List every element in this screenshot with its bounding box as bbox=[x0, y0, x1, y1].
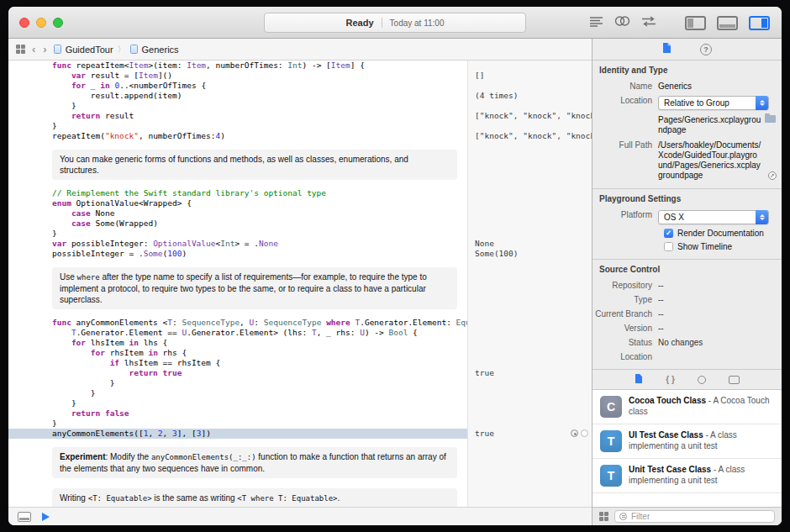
playground-settings-title: Playground Settings bbox=[592, 189, 782, 207]
forward-button[interactable]: › bbox=[42, 44, 47, 55]
code-row[interactable]: return result["knock", "knock", "knock",… bbox=[8, 111, 592, 121]
code-row[interactable]: } bbox=[8, 398, 592, 408]
code-row[interactable]: var possibleInteger: OptionalValue<Int> … bbox=[8, 239, 592, 249]
result-cell[interactable]: None bbox=[467, 239, 592, 249]
navigator-panel-toggle[interactable] bbox=[685, 16, 706, 30]
code-token: 100 bbox=[167, 249, 182, 258]
standard-editor-icon[interactable] bbox=[589, 15, 603, 30]
code-cell: Use where after the type name to specify… bbox=[8, 266, 467, 311]
code-token: ) -> bbox=[365, 328, 389, 337]
back-button[interactable]: ‹ bbox=[31, 44, 36, 55]
result-cell[interactable]: true bbox=[467, 368, 592, 378]
library-item[interactable]: TUI Test Case Class - A class implementi… bbox=[592, 424, 782, 459]
code-row[interactable]: } bbox=[8, 378, 592, 388]
code-row[interactable]: case None bbox=[8, 208, 592, 219]
library-filter-field[interactable]: Filter bbox=[614, 510, 775, 523]
file-template-library-tab-icon[interactable] bbox=[635, 373, 643, 386]
result-cell[interactable]: (4 times) bbox=[467, 91, 592, 101]
code-row[interactable]: // Reimplement the Swift standard librar… bbox=[8, 188, 592, 198]
render-documentation-checkbox[interactable]: ✓ bbox=[664, 229, 673, 238]
debug-panel-toggle[interactable] bbox=[717, 16, 738, 30]
filter-icon bbox=[619, 513, 627, 520]
code-row[interactable]: return truetrue bbox=[8, 368, 592, 378]
code-row[interactable]: enum OptionalValue<Wrapped> { bbox=[8, 198, 592, 208]
code-row[interactable]: } bbox=[8, 419, 592, 429]
breadcrumb-item-guidedtour[interactable]: GuidedTour bbox=[66, 45, 113, 55]
code-row[interactable]: } bbox=[8, 121, 592, 131]
code-token: >(item: bbox=[148, 61, 187, 70]
file-inspector-tab-icon[interactable] bbox=[662, 42, 672, 57]
utilities-panel-toggle[interactable] bbox=[749, 16, 770, 30]
version-editor-icon[interactable] bbox=[641, 15, 656, 30]
related-items-icon[interactable] bbox=[16, 45, 25, 54]
zoom-window-button[interactable] bbox=[53, 18, 63, 28]
assistant-editor-icon[interactable] bbox=[614, 15, 630, 30]
code-row[interactable]: case Some(Wrapped) bbox=[8, 219, 592, 229]
code-row[interactable]: func repeatItem<Item>(item: Item, number… bbox=[8, 61, 592, 71]
code-row[interactable]: func anyCommonElements <T: SequenceType,… bbox=[8, 318, 592, 328]
result-cell[interactable]: ["knock", "knock", "knock", "knock"] bbox=[467, 131, 592, 141]
code-row[interactable]: var result = [Item]()[] bbox=[8, 71, 592, 81]
show-timeline-checkbox[interactable] bbox=[664, 242, 673, 251]
library-tab-bar: { } bbox=[592, 370, 782, 390]
result-cell[interactable]: [] bbox=[467, 71, 592, 81]
code-row[interactable]: } bbox=[8, 101, 592, 111]
code-row[interactable]: for lhsItem in lhs { bbox=[8, 338, 592, 348]
source-editor[interactable]: func repeatItem<Item>(item: Item, number… bbox=[8, 61, 592, 507]
breadcrumb-item-generics[interactable]: Generics bbox=[142, 45, 179, 55]
quicklook-eye-icon[interactable] bbox=[571, 429, 578, 437]
code-snippet-library-tab-icon[interactable]: { } bbox=[666, 375, 675, 384]
code-row[interactable]: } bbox=[8, 229, 592, 239]
choose-folder-icon[interactable] bbox=[765, 115, 776, 123]
code-row[interactable]: for rhsItem in rhs { bbox=[8, 348, 592, 358]
close-window-button[interactable] bbox=[19, 18, 29, 28]
code-row[interactable]: } bbox=[8, 388, 592, 398]
result-cell[interactable]: Some(100) bbox=[467, 249, 592, 259]
status-text: Ready bbox=[346, 18, 374, 28]
location-popup[interactable]: Relative to Group bbox=[658, 96, 769, 110]
library-item[interactable]: TUnit Test Case Class - A class implemen… bbox=[592, 459, 782, 493]
code-token: lhsItem bbox=[86, 338, 129, 347]
code-cell bbox=[8, 480, 467, 487]
code-row[interactable]: result.append(item)(4 times) bbox=[8, 91, 592, 101]
show-timeline-row[interactable]: Show Timeline bbox=[592, 240, 782, 253]
code-row[interactable]: for _ in 0..<numberOfTimes { bbox=[8, 81, 592, 91]
code-cell bbox=[8, 259, 467, 266]
code-row[interactable]: possibleInteger = .Some(100)Some(100) bbox=[8, 249, 592, 259]
code-row[interactable]: anyCommonElements([1, 2, 3], [3])true bbox=[8, 429, 592, 439]
debug-area-toggle-icon[interactable] bbox=[18, 512, 31, 522]
media-library-tab-icon[interactable] bbox=[729, 376, 740, 384]
source-control-value: -- bbox=[658, 308, 775, 319]
code-row[interactable]: T.Generator.Element == U.Generator.Eleme… bbox=[8, 328, 592, 338]
code-token: SequenceType bbox=[264, 318, 322, 327]
title-bar[interactable]: Ready Today at 11:00 bbox=[8, 7, 782, 39]
run-playground-button[interactable] bbox=[42, 513, 50, 521]
code-row[interactable]: return false bbox=[8, 408, 592, 419]
result-value: [] bbox=[475, 71, 484, 80]
code-token: , _ rhs: bbox=[317, 328, 360, 337]
platform-popup[interactable]: OS X bbox=[658, 210, 769, 224]
code-token: } bbox=[52, 419, 57, 428]
doc-text: anyCommonElements(_:_:) bbox=[151, 453, 256, 461]
code-row[interactable]: if lhsItem == rhsItem { bbox=[8, 358, 592, 368]
library-item[interactable]: CCocoa Touch Class - A Cocoa Touch class bbox=[592, 390, 782, 424]
grid-view-icon[interactable] bbox=[599, 512, 608, 521]
code-token bbox=[52, 358, 110, 367]
code-cell: var possibleInteger: OptionalValue<Int> … bbox=[8, 239, 467, 249]
source-control-row: Location bbox=[592, 349, 782, 363]
result-cell[interactable]: ["knock", "knock", "knock", "knock"] bbox=[467, 111, 592, 121]
open-in-finder-icon[interactable]: ➚ bbox=[768, 171, 777, 180]
name-value[interactable]: Generics bbox=[658, 80, 775, 91]
quick-help-tab-icon[interactable]: ? bbox=[700, 44, 712, 55]
library-item-icon: T bbox=[600, 465, 622, 487]
object-library-tab-icon[interactable] bbox=[698, 376, 706, 384]
result-cell bbox=[467, 188, 592, 198]
show-result-toggle-icon[interactable] bbox=[581, 429, 588, 437]
code-token: return bbox=[129, 368, 158, 377]
code-row[interactable]: repeatItem("knock", numberOfTimes:4)["kn… bbox=[8, 131, 592, 141]
result-value: ["knock", "knock", "knock", "knock"] bbox=[475, 131, 592, 140]
result-cell[interactable]: true bbox=[467, 429, 592, 439]
render-documentation-row[interactable]: ✓ Render Documentation bbox=[592, 226, 782, 240]
traffic-lights bbox=[19, 18, 63, 28]
minimize-window-button[interactable] bbox=[36, 18, 46, 28]
